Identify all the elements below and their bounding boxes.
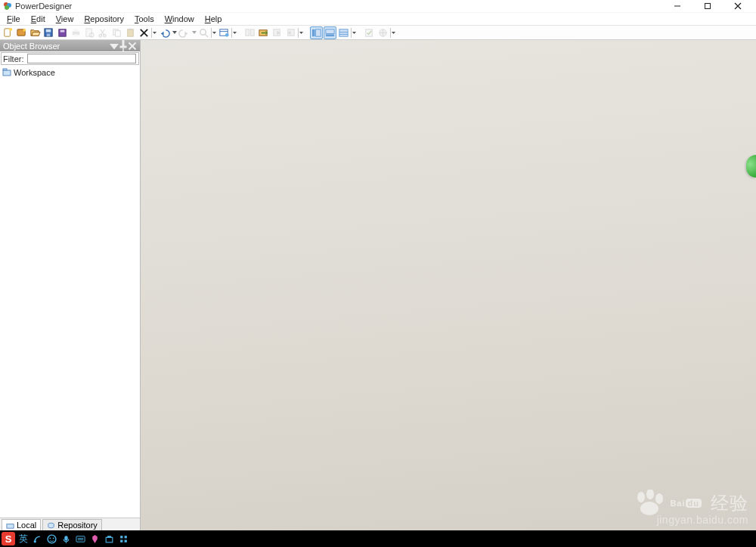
compare-icon[interactable] (243, 26, 256, 39)
close-button[interactable] (723, 0, 753, 13)
toolbar-separator (211, 26, 217, 39)
ime-skin-icon[interactable] (89, 533, 100, 544)
save-all-icon[interactable] (56, 26, 69, 39)
svg-point-82 (48, 535, 56, 543)
undo-icon[interactable] (158, 26, 171, 39)
impact-icon[interactable] (376, 26, 389, 39)
tab-repository[interactable]: Repository (42, 519, 102, 530)
svg-point-9 (9, 27, 12, 30)
toolbar-separator (151, 26, 157, 39)
svg-point-37 (200, 29, 206, 35)
svg-marker-65 (392, 32, 395, 34)
ime-settings-icon[interactable] (118, 533, 129, 544)
ime-toolbox-icon[interactable] (104, 533, 114, 544)
redo-dropdown[interactable] (191, 30, 197, 35)
ime-emoji-icon[interactable] (46, 533, 57, 544)
svg-rect-87 (76, 536, 84, 541)
menu-file[interactable]: File (2, 14, 26, 23)
maximize-button[interactable] (692, 0, 723, 13)
menu-repository[interactable]: Repository (79, 14, 129, 23)
filter-row: Filter: (1, 52, 139, 65)
floating-help-icon[interactable] (746, 155, 756, 178)
svg-marker-32 (153, 32, 156, 34)
ime-keyboard-icon[interactable] (75, 533, 85, 544)
svg-point-79 (655, 493, 663, 504)
svg-rect-13 (46, 29, 51, 32)
redo-icon[interactable] (178, 26, 191, 39)
copy-icon[interactable] (110, 26, 123, 39)
title-bar: PowerDesigner (0, 0, 756, 13)
filter-label: Filter: (3, 54, 26, 63)
new-model-icon[interactable] (15, 26, 28, 39)
svg-marker-66 (110, 44, 119, 50)
menu-tools[interactable]: Tools (129, 14, 160, 23)
cut-icon[interactable] (97, 26, 110, 39)
svg-rect-61 (366, 29, 372, 36)
minimize-button[interactable] (662, 0, 692, 13)
body: Object Browser Filter: Workspace Local (0, 40, 756, 530)
ime-lang[interactable]: 英 (19, 533, 28, 545)
result-list-toggle-icon[interactable] (337, 26, 350, 39)
print-icon[interactable] (70, 26, 82, 39)
print-preview-icon[interactable] (83, 26, 96, 39)
svg-rect-4 (705, 4, 711, 9)
svg-rect-75 (7, 524, 14, 528)
object-browser-header: Object Browser (0, 40, 140, 51)
ime-icon[interactable]: S (2, 532, 15, 545)
svg-rect-94 (124, 539, 126, 542)
find-icon[interactable] (197, 26, 210, 39)
tree-view[interactable]: Workspace (0, 66, 140, 518)
menu-help[interactable]: Help (200, 14, 228, 23)
check-model-icon[interactable] (363, 26, 376, 39)
paw-icon (634, 490, 665, 517)
svg-rect-85 (64, 536, 67, 541)
open-icon[interactable] (29, 26, 42, 39)
output-toggle-icon[interactable] (324, 26, 336, 39)
svg-rect-91 (120, 536, 122, 538)
object-browser-title: Object Browser (3, 42, 110, 51)
svg-point-42 (225, 32, 229, 36)
svg-rect-29 (129, 28, 132, 29)
filter-input[interactable] (27, 54, 136, 63)
properties-icon[interactable] (218, 26, 231, 39)
tab-label: Local (17, 521, 36, 530)
toolbar-separator (231, 26, 237, 39)
toolbar (0, 26, 756, 40)
pin-icon[interactable] (119, 42, 128, 51)
tree-node-label: Workspace (14, 68, 55, 77)
undo-dropdown[interactable] (172, 30, 177, 35)
save-icon[interactable] (42, 26, 55, 39)
svg-rect-27 (116, 30, 121, 36)
browser-toggle-icon[interactable] (310, 26, 323, 39)
delete-icon[interactable] (138, 26, 150, 39)
generate-icon[interactable] (271, 26, 284, 39)
svg-rect-73 (3, 70, 11, 76)
browser-tabs: Local Repository (0, 518, 140, 530)
window-title: PowerDesigner (15, 2, 72, 11)
svg-rect-54 (316, 29, 321, 36)
tab-local[interactable]: Local (2, 519, 41, 530)
svg-marker-43 (233, 32, 237, 34)
svg-rect-53 (312, 29, 315, 36)
new-icon[interactable] (2, 26, 14, 39)
menu-view[interactable]: View (51, 14, 79, 23)
close-panel-icon[interactable] (128, 42, 137, 51)
reverse-icon[interactable] (284, 26, 297, 39)
merge-icon[interactable] (257, 26, 270, 39)
menu-edit[interactable]: Edit (26, 14, 51, 23)
svg-rect-16 (60, 29, 65, 32)
svg-rect-18 (74, 29, 79, 31)
app-icon (3, 2, 12, 11)
svg-marker-33 (161, 31, 164, 36)
toolbar-separator (390, 26, 396, 39)
ime-voice-icon[interactable] (60, 533, 71, 544)
svg-rect-55 (326, 29, 334, 33)
svg-rect-20 (86, 28, 92, 36)
panel-menu-icon[interactable] (110, 42, 119, 51)
tree-node-workspace[interactable]: Workspace (2, 67, 138, 78)
paste-icon[interactable] (124, 26, 137, 39)
menu-window[interactable]: Window (160, 14, 200, 23)
svg-marker-52 (299, 32, 303, 34)
ime-punct-icon[interactable] (32, 533, 42, 544)
svg-rect-14 (47, 33, 51, 36)
